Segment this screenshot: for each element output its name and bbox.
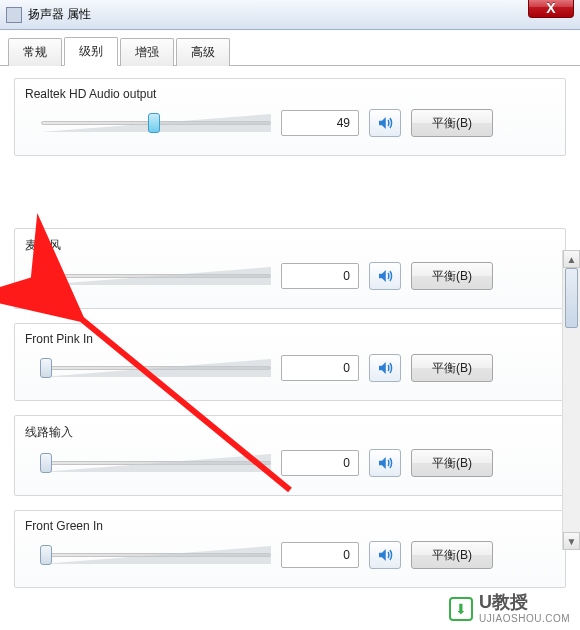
window-title: 扬声器 属性 <box>28 6 91 23</box>
volume-slider[interactable] <box>41 543 271 567</box>
channel-label: Front Green In <box>25 519 555 533</box>
volume-value[interactable] <box>281 542 359 568</box>
volume-value[interactable] <box>281 450 359 476</box>
spacer <box>14 170 566 228</box>
speaker-icon <box>376 546 394 564</box>
volume-slider[interactable] <box>41 111 271 135</box>
volume-value[interactable] <box>281 263 359 289</box>
channel-group: 麦克风 平衡(B) <box>14 228 566 309</box>
balance-button[interactable]: 平衡(B) <box>411 262 493 290</box>
watermark-brand: U教授 <box>479 593 570 613</box>
channel-row: 平衡(B) <box>25 262 555 290</box>
mute-button[interactable] <box>369 449 401 477</box>
channel-row: 平衡(B) <box>25 354 555 382</box>
channel-row: 平衡(B) <box>25 449 555 477</box>
channel-group: Front Pink In 平衡(B) <box>14 323 566 401</box>
tab-label: 增强 <box>135 45 159 59</box>
slider-thumb[interactable] <box>148 113 160 133</box>
channel-label: Front Pink In <box>25 332 555 346</box>
tab-label: 常规 <box>23 45 47 59</box>
channel-label: 麦克风 <box>25 237 555 254</box>
watermark: U教授 UJIAOSHOU.COM <box>449 593 570 624</box>
tab-label: 级别 <box>79 44 103 58</box>
speaker-icon <box>376 114 394 132</box>
levels-panel: Realtek HD Audio output 平衡(B) 麦克风 <box>0 66 580 614</box>
button-label: 平衡(B) <box>432 456 472 470</box>
channel-group: 线路输入 平衡(B) <box>14 415 566 496</box>
tab-strip: 常规 级别 增强 高级 <box>0 30 580 66</box>
slider-thumb[interactable] <box>40 545 52 565</box>
slider-track <box>41 366 271 370</box>
scroll-down-arrow[interactable]: ▼ <box>563 532 580 550</box>
close-button[interactable]: X <box>528 0 574 18</box>
channel-group: Realtek HD Audio output 平衡(B) <box>14 78 566 156</box>
mute-button[interactable] <box>369 354 401 382</box>
mute-button[interactable] <box>369 109 401 137</box>
mute-button[interactable] <box>369 262 401 290</box>
mute-button[interactable] <box>369 541 401 569</box>
volume-slider[interactable] <box>41 451 271 475</box>
tab-levels[interactable]: 级别 <box>64 37 118 66</box>
tab-advanced[interactable]: 高级 <box>176 38 230 66</box>
tab-enhance[interactable]: 增强 <box>120 38 174 66</box>
scroll-thumb[interactable] <box>565 268 578 328</box>
volume-value[interactable] <box>281 355 359 381</box>
slider-thumb[interactable] <box>40 266 52 286</box>
watermark-logo-icon <box>449 597 473 621</box>
balance-button[interactable]: 平衡(B) <box>411 541 493 569</box>
slider-track <box>41 274 271 278</box>
tab-general[interactable]: 常规 <box>8 38 62 66</box>
button-label: 平衡(B) <box>432 548 472 562</box>
channel-row: 平衡(B) <box>25 109 555 137</box>
slider-track <box>41 553 271 557</box>
watermark-sub: UJIAOSHOU.COM <box>479 613 570 624</box>
balance-button[interactable]: 平衡(B) <box>411 109 493 137</box>
tab-label: 高级 <box>191 45 215 59</box>
close-icon: X <box>546 0 555 16</box>
title-bar: 扬声器 属性 X <box>0 0 580 30</box>
slider-track <box>41 461 271 465</box>
volume-value[interactable] <box>281 110 359 136</box>
volume-slider[interactable] <box>41 264 271 288</box>
vertical-scrollbar[interactable]: ▲ ▼ <box>562 250 580 550</box>
slider-thumb[interactable] <box>40 453 52 473</box>
channel-label: 线路输入 <box>25 424 555 441</box>
slider-thumb[interactable] <box>40 358 52 378</box>
volume-slider[interactable] <box>41 356 271 380</box>
channel-label: Realtek HD Audio output <box>25 87 555 101</box>
channel-group: Front Green In 平衡(B) <box>14 510 566 588</box>
button-label: 平衡(B) <box>432 361 472 375</box>
speaker-icon <box>376 359 394 377</box>
channel-row: 平衡(B) <box>25 541 555 569</box>
button-label: 平衡(B) <box>432 116 472 130</box>
button-label: 平衡(B) <box>432 269 472 283</box>
scroll-up-arrow[interactable]: ▲ <box>563 250 580 268</box>
speaker-icon <box>376 267 394 285</box>
balance-button[interactable]: 平衡(B) <box>411 354 493 382</box>
app-icon <box>6 7 22 23</box>
balance-button[interactable]: 平衡(B) <box>411 449 493 477</box>
speaker-icon <box>376 454 394 472</box>
